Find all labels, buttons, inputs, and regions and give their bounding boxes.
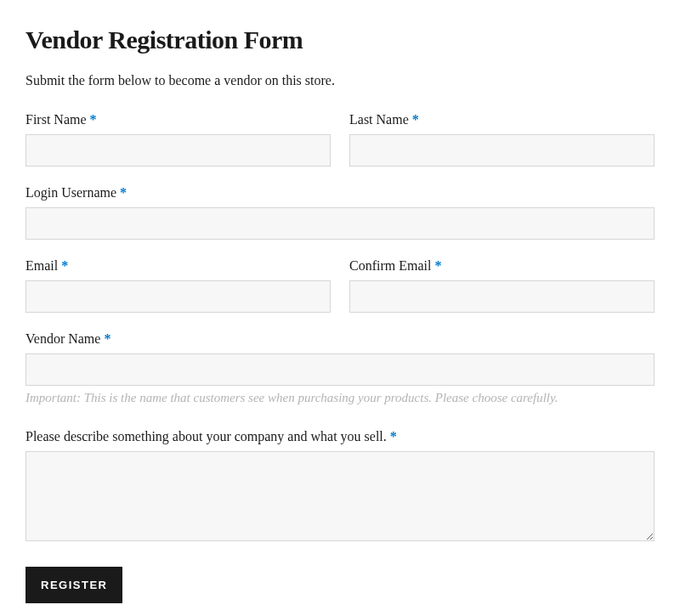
description-label: Please describe something about your com… [26,429,654,444]
vendor-name-input[interactable] [26,353,654,386]
login-username-group: Login Username * [26,185,654,240]
required-indicator: * [390,429,397,444]
last-name-group: Last Name * [349,112,654,167]
vendor-name-hint: Important: This is the name that custome… [26,391,654,405]
email-label: Email * [26,258,331,274]
required-indicator: * [61,258,68,273]
description-group: Please describe something about your com… [26,429,654,541]
login-username-input[interactable] [26,207,654,240]
email-group: Email * [26,258,331,313]
last-name-input[interactable] [349,134,654,167]
required-indicator: * [434,258,441,273]
login-username-label: Login Username * [26,185,654,201]
page-subtitle: Submit the form below to become a vendor… [26,73,654,88]
first-name-label: First Name * [26,112,331,127]
confirm-email-label: Confirm Email * [349,258,654,274]
page-title: Vendor Registration Form [26,25,654,54]
vendor-registration-form: First Name * Last Name * Login Username … [26,112,654,603]
register-button[interactable]: REGISTER [26,567,122,603]
confirm-email-input[interactable] [349,280,654,313]
description-textarea[interactable] [26,451,654,541]
last-name-label: Last Name * [349,112,654,127]
required-indicator: * [120,185,127,200]
vendor-name-label: Vendor Name * [26,331,654,347]
vendor-name-group: Vendor Name * Important: This is the nam… [26,331,654,405]
required-indicator: * [412,112,419,127]
required-indicator: * [90,112,97,127]
first-name-group: First Name * [26,112,331,167]
confirm-email-group: Confirm Email * [349,258,654,313]
email-input[interactable] [26,280,331,313]
required-indicator: * [104,331,110,346]
first-name-input[interactable] [26,134,331,167]
